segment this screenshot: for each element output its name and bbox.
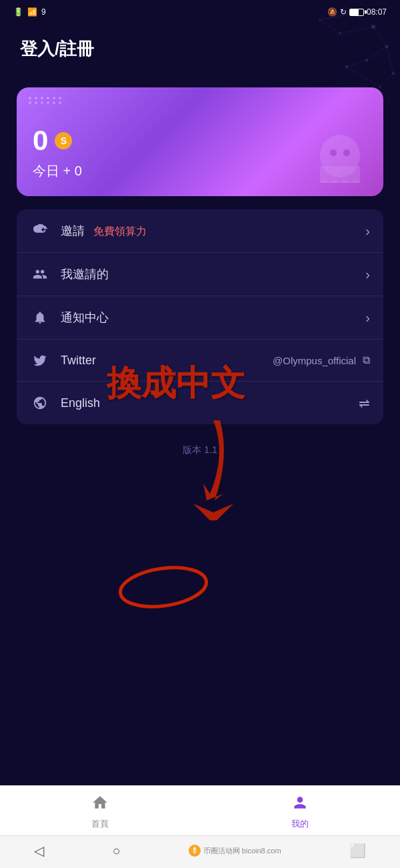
signal-badge: 9 <box>41 7 46 17</box>
menu-item-twitter[interactable]: Twitter @Olympus_official ⧉ <box>17 340 383 382</box>
battery-small-icon: 🔋 <box>13 7 23 17</box>
nav-home-label: 首頁 <box>91 818 109 830</box>
page-header: 登入/註冊 <box>0 24 400 67</box>
notifications-right: › <box>365 310 370 326</box>
nav-item-profile[interactable]: 我的 <box>200 786 400 835</box>
twitter-label: Twitter <box>61 354 273 368</box>
my-invites-right: › <box>365 267 370 282</box>
coin-icon: ₿ <box>189 845 201 857</box>
android-nav: ◁ ○ ₿ 币圈活动网 bicoin8.com ⬜ <box>0 835 400 868</box>
stats-number: 0 <box>33 125 48 157</box>
bottom-nav-container: 首頁 我的 ◁ ○ ₿ 币圈活动网 bicoin8.com ⬜ <box>0 785 400 868</box>
switch-language-icon[interactable]: ⇌ <box>359 395 370 411</box>
profile-icon <box>291 794 309 815</box>
battery-icon <box>349 9 364 16</box>
stats-card: 0 S 今日 + 0 <box>17 87 383 196</box>
bell-icon <box>30 310 50 325</box>
card-ghost-decoration <box>310 129 370 189</box>
menu-item-invite[interactable]: 邀請 免費領算力 › <box>17 209 383 253</box>
chevron-right-icon-2: › <box>365 267 370 282</box>
twitter-handle: @Olympus_official <box>273 355 356 366</box>
bottom-nav: 首頁 我的 <box>0 785 400 835</box>
my-invites-label: 我邀請的 <box>61 266 365 282</box>
menu-item-my-invites[interactable]: 我邀請的 › <box>17 253 383 296</box>
coin-badge-text: 币圈活动网 bicoin8.com <box>203 846 281 856</box>
invite-right: › <box>365 224 370 239</box>
svg-point-22 <box>343 149 350 156</box>
mute-icon: 🔕 <box>327 7 337 17</box>
invite-label: 邀請 免費領算力 <box>61 223 365 239</box>
nav-profile-label: 我的 <box>291 818 309 830</box>
chevron-right-icon-3: › <box>365 310 370 326</box>
twitter-right: @Olympus_official ⧉ <box>273 354 370 366</box>
home-icon <box>91 794 109 815</box>
language-right: ⇌ <box>359 395 370 411</box>
svg-point-21 <box>330 149 337 156</box>
menu-item-notifications[interactable]: 通知中心 › <box>17 296 383 340</box>
share-icon <box>30 224 50 238</box>
nav-item-home[interactable]: 首頁 <box>0 786 200 835</box>
android-recents-button[interactable]: ⬜ <box>349 843 366 859</box>
menu-item-language[interactable]: English ⇌ <box>17 382 383 424</box>
rotate-icon: ↻ <box>340 7 347 17</box>
version-text: 版本 1.1 <box>0 431 400 476</box>
globe-icon <box>30 396 50 410</box>
status-left: 🔋 📶 9 <box>13 7 46 17</box>
status-right: 🔕 ↻ 08:07 <box>327 7 387 17</box>
card-dots-decoration <box>29 97 63 104</box>
copy-icon[interactable]: ⧉ <box>363 354 370 366</box>
person-icon <box>30 267 50 282</box>
twitter-icon <box>30 353 50 368</box>
chevron-right-icon: › <box>365 224 370 239</box>
wifi-icon: 📶 <box>27 7 37 17</box>
status-bar: 🔋 📶 9 🔕 ↻ 08:07 <box>0 0 400 24</box>
time-display: 08:07 <box>367 7 387 17</box>
language-label: English <box>61 396 359 410</box>
page-title: 登入/註冊 <box>20 37 380 61</box>
android-home-button[interactable]: ○ <box>112 843 120 859</box>
coin-badge: ₿ 币圈活动网 bicoin8.com <box>189 845 281 857</box>
menu-section: 邀請 免費領算力 › 我邀請的 › <box>17 209 383 424</box>
stats-badge: S <box>55 132 72 149</box>
android-back-button[interactable]: ◁ <box>34 843 44 859</box>
notifications-label: 通知中心 <box>61 310 365 326</box>
